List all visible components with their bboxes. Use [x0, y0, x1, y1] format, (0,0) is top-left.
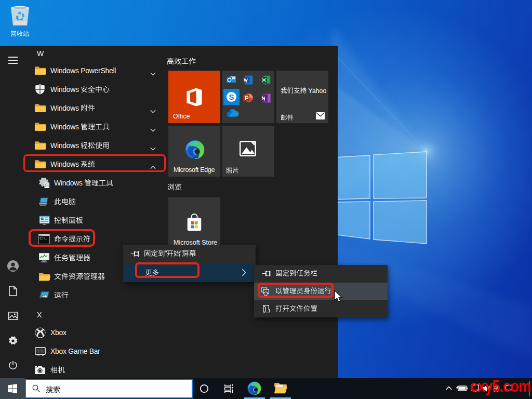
svg-text:S: S [229, 92, 234, 101]
